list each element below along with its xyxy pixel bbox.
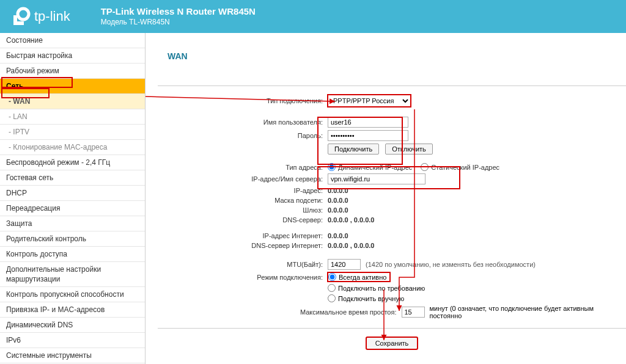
sidebar-item-0[interactable]: Состояние <box>0 33 145 48</box>
sidebar-item-16[interactable]: Контроль пропускной способности <box>0 287 145 302</box>
mtu-input[interactable] <box>328 259 361 270</box>
value-ip-inet: 0.0.0.0 <box>328 232 348 239</box>
label-static-ip: Статический IP-адрес <box>431 164 499 171</box>
sidebar-nav: СостояниеБыстрая настройкаРабочий режимС… <box>0 33 145 364</box>
divider <box>158 328 626 329</box>
svg-rect-2 <box>13 21 24 25</box>
brand-logo: tp-link <box>11 7 70 26</box>
radio-dynamic-ip[interactable] <box>328 163 336 171</box>
radio-mode-manual[interactable] <box>328 294 336 302</box>
value-ip: 0.0.0.0 <box>328 187 348 194</box>
sidebar-item-4[interactable]: - WAN <box>0 94 145 109</box>
sidebar-item-20[interactable]: Системные инструменты <box>0 348 145 363</box>
sidebar-item-5[interactable]: - LAN <box>0 109 145 125</box>
value-mask: 0.0.0.0 <box>328 197 348 204</box>
tplink-logo-icon <box>11 7 31 26</box>
label-username: Имя пользователя: <box>158 118 328 126</box>
username-input[interactable] <box>328 117 408 128</box>
device-title: TP-Link Wireless N Router WR845N <box>101 5 256 18</box>
divider <box>158 86 626 86</box>
mtu-hint: (1420 по умолчанию, не изменять без необ… <box>366 261 536 268</box>
sidebar-item-1[interactable]: Быстрая настройка <box>0 48 145 64</box>
main-content: WAN Тип подключения: PPTP/PPTP Россия Им… <box>145 33 626 364</box>
label-addr-type: Тип адреса: <box>158 164 328 171</box>
value-gw: 0.0.0.0 <box>328 206 348 214</box>
radio-mode-demand[interactable] <box>328 284 336 292</box>
conn-type-select[interactable]: PPTP/PPTP Россия <box>328 95 411 107</box>
sidebar-item-13[interactable]: Родительский контроль <box>0 231 145 247</box>
sidebar-item-10[interactable]: DHCP <box>0 186 145 201</box>
sidebar-item-14[interactable]: Контроль доступа <box>0 247 145 262</box>
connect-button[interactable]: Подключить <box>328 144 379 155</box>
value-dns: 0.0.0.0 , 0.0.0.0 <box>328 216 374 224</box>
label-dynamic-ip: Динамический IP-адрес <box>338 164 412 171</box>
label-conn-mode: Режим подключения: <box>158 274 328 281</box>
sidebar-item-6[interactable]: - IPTV <box>0 125 145 140</box>
idle-input[interactable] <box>402 307 425 318</box>
sidebar-item-11[interactable]: Переадресация <box>0 201 145 216</box>
label-mode-always: Всегда активно <box>339 274 386 281</box>
svg-point-0 <box>18 9 29 20</box>
sidebar-item-19[interactable]: IPv6 <box>0 333 145 348</box>
radio-static-ip[interactable] <box>421 163 429 171</box>
label-dns-inet: DNS-сервер Интернет: <box>158 242 328 249</box>
label-ip-inet: IP-адрес Интернет: <box>158 232 328 239</box>
header-titles: TP-Link Wireless N Router WR845N Модель … <box>101 5 256 27</box>
label-dns: DNS-сервер: <box>158 216 328 224</box>
label-mask: Маска подсети: <box>158 197 328 204</box>
label-ip: IP-адрес: <box>158 187 328 194</box>
sidebar-item-8[interactable]: Беспроводной режим - 2,4 ГГц <box>0 155 145 170</box>
sidebar-item-17[interactable]: Привязка IP- и MAC-адресов <box>0 302 145 318</box>
label-mtu: MTU(Байт): <box>158 261 328 268</box>
idle-unit-text: минут (0 означает, что подключение будет… <box>430 305 627 319</box>
device-model: Модель TL-WR845N <box>101 18 256 27</box>
disconnect-button[interactable]: Отключить <box>385 144 433 155</box>
label-conn-type: Тип подключения: <box>158 97 328 104</box>
value-dns-inet: 0.0.0.0 , 0.0.0.0 <box>328 242 374 249</box>
sidebar-item-3[interactable]: Сеть <box>0 79 145 94</box>
password-input[interactable] <box>328 130 408 141</box>
sidebar-item-9[interactable]: Гостевая сеть <box>0 170 145 186</box>
brand-text: tp-link <box>34 9 70 24</box>
label-mode-demand: Подключить по требованию <box>338 285 425 292</box>
label-server: IP-адрес/Имя сервера: <box>158 175 328 183</box>
sidebar-item-2[interactable]: Рабочий режим <box>0 64 145 79</box>
sidebar-item-18[interactable]: Динамический DNS <box>0 318 145 333</box>
label-idle: Максимальное время простоя: <box>158 308 402 316</box>
label-mode-manual: Подключить вручную <box>338 295 404 302</box>
sidebar-item-15[interactable]: Дополнительные настройки маршрутизации <box>0 262 145 287</box>
sidebar-item-12[interactable]: Защита <box>0 216 145 231</box>
page-title: WAN <box>168 51 626 61</box>
sidebar-item-7[interactable]: - Клонирование MAC-адреса <box>0 140 145 155</box>
label-gw: Шлюз: <box>158 206 328 214</box>
save-button[interactable]: Сохранить <box>366 337 418 349</box>
label-password: Пароль: <box>158 132 328 139</box>
server-input[interactable] <box>328 173 425 184</box>
radio-mode-always[interactable] <box>328 273 336 281</box>
app-header: tp-link TP-Link Wireless N Router WR845N… <box>0 0 626 33</box>
